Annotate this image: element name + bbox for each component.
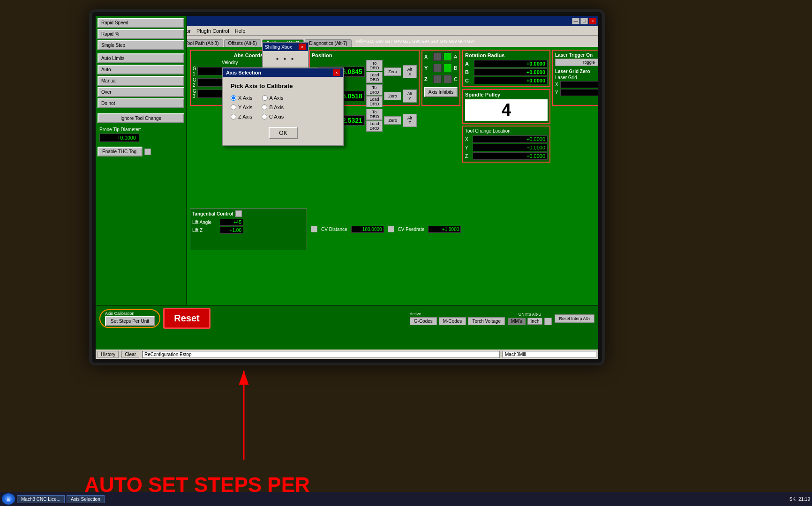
manual-btn[interactable]: Manual: [98, 76, 184, 86]
torch-voltage-btn[interactable]: Torch Voltage: [468, 317, 505, 325]
cv-distance-cb[interactable]: [311, 226, 317, 232]
pos-z-load-dro[interactable]: Load DRO: [366, 120, 383, 132]
minimize-btn[interactable]: —: [572, 18, 579, 24]
tc-z-value[interactable]: [473, 152, 548, 160]
pos-y-zero[interactable]: Zero: [384, 92, 401, 100]
radio-c-input[interactable]: [262, 114, 267, 119]
rot-a-value[interactable]: [474, 60, 548, 67]
ignore-tool-change-btn[interactable]: Ignore Tool Change: [98, 113, 184, 123]
radio-b-label: B Axis: [269, 104, 284, 110]
pos-x-load-dro[interactable]: Load DRO: [366, 72, 383, 83]
history-btn[interactable]: History: [98, 351, 119, 358]
maximize-btn[interactable]: □: [580, 18, 588, 24]
tang-lift-angle-value[interactable]: [220, 219, 243, 226]
single-step-btn[interactable]: Single Step: [98, 40, 184, 50]
rot-c-label: C: [465, 78, 472, 83]
rot-b-value[interactable]: [474, 68, 548, 76]
pos-x-alt[interactable]: Alt X: [403, 65, 417, 78]
enable-thc-btn[interactable]: Enable THC Tog.: [98, 147, 143, 156]
close-btn[interactable]: ×: [589, 18, 596, 24]
radio-a-axis[interactable]: A Axis: [262, 95, 284, 101]
auto-btn[interactable]: Auto: [98, 65, 184, 74]
xbox-close-btn[interactable]: ×: [299, 44, 306, 50]
modal-dialog: Axis Selection × Pick Axis to Calibrate …: [222, 67, 344, 146]
radio-y-axis[interactable]: Y Axis: [231, 104, 252, 110]
reset-interp-btn[interactable]: Reset Interp Alt-i: [555, 314, 594, 323]
axis-inhibits-btn[interactable]: Axis Inhibits: [424, 87, 458, 97]
pos-y-load-dro[interactable]: Load DRO: [366, 96, 383, 107]
reset-btn[interactable]: Reset: [163, 308, 210, 329]
rapid-pct-btn[interactable]: Rapid %: [98, 29, 184, 39]
mms-btn[interactable]: MM's: [508, 318, 526, 325]
tab-diagnostics[interactable]: Diagnostics (Alt-7): [305, 39, 352, 47]
gcode-bar: Mill->G15 G80 G17 G40 G21 G90 G94 G54 G4…: [356, 39, 475, 44]
auto-limits-btn[interactable]: Auto Limits: [98, 53, 184, 63]
thc-checkbox[interactable]: [144, 149, 151, 155]
pos-z-zero[interactable]: Zero: [384, 116, 401, 125]
m-codes-btn[interactable]: M-Codes: [439, 317, 466, 325]
tang-lift-z-label: Lift Z: [192, 228, 218, 233]
laser-panel: Laser Trigger On Toggle Laser Grid Zero …: [552, 50, 598, 106]
radio-c-axis[interactable]: C Axis: [262, 114, 284, 119]
radio-a-input[interactable]: [262, 95, 268, 101]
xbox-title: Shilling Xbox: [265, 45, 292, 50]
cv-distance-value[interactable]: [351, 226, 384, 233]
rot-c-value[interactable]: [474, 77, 548, 84]
tang-checkbox[interactable]: [235, 210, 242, 217]
radio-x-input[interactable]: [231, 95, 236, 101]
cv-feedrate-value[interactable]: [428, 226, 461, 233]
laser-x-value[interactable]: [560, 81, 598, 88]
abc-panel: X A Y B Z C: [421, 50, 460, 106]
pos-z-alt[interactable]: Alt Z: [403, 114, 417, 127]
radio-x-axis[interactable]: X Axis: [231, 95, 253, 101]
radio-z-axis[interactable]: Z Axis: [231, 114, 252, 119]
modal-close-btn[interactable]: ×: [333, 69, 340, 76]
do-not-btn[interactable]: Do not: [98, 98, 184, 108]
clear-btn[interactable]: Clear: [121, 351, 139, 358]
laser-grid-zero-title: Laser Grid Zero: [555, 69, 598, 74]
set-steps-btn[interactable]: Set Steps Per Unit: [105, 316, 155, 326]
menu-plugin[interactable]: PlugIn Control: [196, 28, 229, 34]
laser-y-value[interactable]: [560, 89, 598, 96]
modal-ok-btn[interactable]: OK: [269, 127, 297, 139]
probe-value-input[interactable]: [99, 134, 139, 142]
rot-b-row: B: [465, 68, 548, 76]
cv-feedrate-cb[interactable]: [388, 226, 394, 232]
inch-btn[interactable]: Inch: [527, 318, 543, 325]
pos-x-zero[interactable]: Zero: [384, 67, 401, 76]
abc-z-sq1: [433, 75, 442, 83]
pos-z-to-dro[interactable]: To DRO: [366, 109, 383, 120]
rapid-speed-btn[interactable]: Rapid Speed: [98, 18, 184, 28]
menu-help[interactable]: Help: [235, 28, 246, 34]
abc-b-label: B: [454, 65, 457, 71]
taskbar-mach3[interactable]: Mach3 CNC Lice...: [17, 495, 65, 503]
laser-toggle-btn[interactable]: Toggle: [555, 59, 598, 66]
tang-lift-angle-row: Lift Angle: [192, 219, 305, 226]
g-codes-btn[interactable]: G-Codes: [410, 317, 437, 325]
tab-toolpath[interactable]: Tool Path (Alt-3): [181, 39, 223, 47]
pos-x-to-dro[interactable]: To DRO: [366, 60, 383, 71]
tang-lift-z-value[interactable]: [220, 227, 243, 234]
laser-grid-title: Laser Grid: [555, 75, 598, 80]
probe-label: Probe Tip Diameter:: [99, 127, 182, 132]
taskbar-axis[interactable]: Axis Selection: [67, 495, 105, 503]
cv-distance-label: CV Distance: [321, 227, 347, 232]
tab-offsets[interactable]: Offsets (Alt-5): [224, 39, 262, 47]
laser-trigger-title: Laser Trigger On: [555, 52, 598, 58]
abc-z-sq2: [444, 75, 452, 83]
pos-y-to-dro[interactable]: To DRO: [366, 84, 383, 96]
svg-text:⊞: ⊞: [7, 497, 10, 502]
status-text: ReConfiguration Estop: [142, 351, 500, 358]
pos-y-alt[interactable]: Alt Y: [403, 89, 417, 103]
start-btn[interactable]: ⊞: [2, 493, 15, 505]
pos-z-btns: To DRO Load DRO: [366, 109, 383, 132]
radio-z-input[interactable]: [231, 114, 236, 119]
tc-y-value[interactable]: [473, 144, 548, 151]
tc-x-value[interactable]: [473, 135, 548, 143]
laser-y-row: Y: [555, 89, 598, 96]
radio-b-axis[interactable]: B Axis: [262, 104, 284, 110]
taskbar-time: 21:19: [798, 497, 810, 502]
over-btn[interactable]: Over: [98, 87, 184, 97]
radio-y-input[interactable]: [231, 104, 236, 110]
radio-b-input[interactable]: [262, 104, 267, 110]
